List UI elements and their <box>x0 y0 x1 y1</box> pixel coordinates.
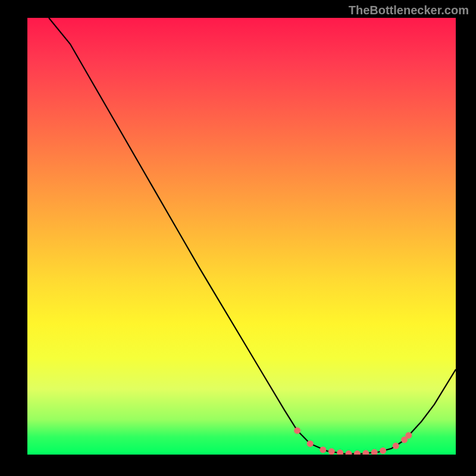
data-point <box>405 432 412 439</box>
data-point <box>346 450 352 455</box>
data-point <box>328 448 335 455</box>
data-point <box>307 440 314 447</box>
data-point <box>320 446 326 453</box>
attribution-label: TheBottlenecker.com <box>349 4 469 17</box>
chart-container: TheBottlenecker.com <box>0 0 476 476</box>
data-point <box>362 450 369 455</box>
dots-group <box>294 427 412 455</box>
data-point <box>337 450 343 455</box>
data-point <box>294 427 300 434</box>
data-point <box>371 449 378 455</box>
curve-path <box>49 18 456 454</box>
data-point <box>354 450 361 455</box>
chart-svg <box>27 18 456 455</box>
data-point <box>393 443 399 449</box>
plot-area <box>27 18 456 455</box>
data-point <box>380 447 386 454</box>
